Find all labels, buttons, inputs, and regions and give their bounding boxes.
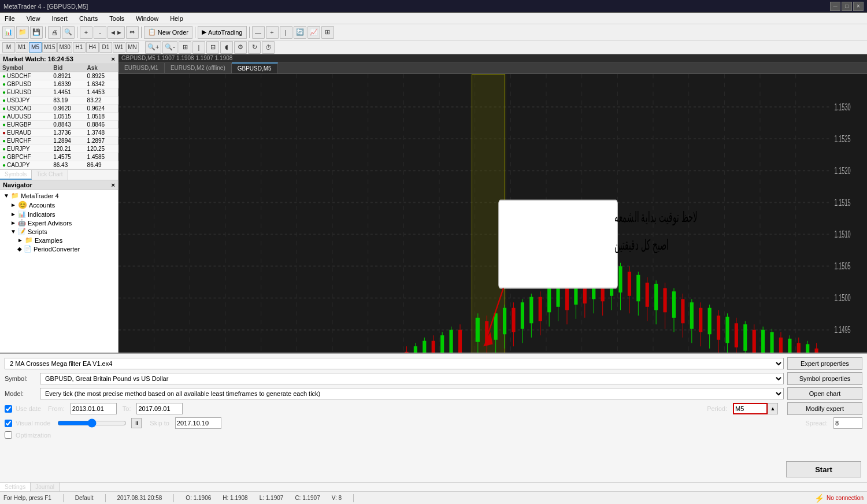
- nav-metatrader4[interactable]: ▼ 📁 MetaTrader 4: [1, 191, 117, 200]
- menu-view[interactable]: View: [24, 14, 43, 23]
- model-dropdown[interactable]: Every tick (the most precise method base…: [40, 388, 784, 399]
- use-date-checkbox[interactable]: [5, 405, 12, 413]
- clock-icon[interactable]: ⏱: [262, 41, 275, 54]
- indicator-button[interactable]: 📈: [307, 26, 320, 39]
- tf-h4-button[interactable]: H4: [86, 42, 99, 53]
- from-label: From:: [48, 405, 65, 412]
- market-watch-row[interactable]: ●EURGBP 0.8843 0.8846: [0, 121, 118, 129]
- tab-journal[interactable]: Journal: [31, 483, 60, 491]
- tf-m5-button[interactable]: M5: [29, 42, 42, 53]
- menu-tools[interactable]: Tools: [107, 14, 127, 23]
- new-chart-button[interactable]: 📊: [2, 26, 15, 39]
- tf-h1-button[interactable]: H1: [73, 42, 86, 53]
- from-date-input[interactable]: [71, 403, 117, 414]
- tab-symbols[interactable]: Symbols: [0, 170, 32, 180]
- refresh-chart[interactable]: ↻: [248, 41, 261, 54]
- symbol-properties-button[interactable]: Symbol properties: [787, 372, 862, 385]
- market-watch-row[interactable]: ●EURJPY 120.21 120.25: [0, 145, 118, 153]
- visual-mode-checkbox[interactable]: [5, 420, 12, 427]
- minimize-button[interactable]: ─: [830, 2, 840, 11]
- market-watch-row[interactable]: ●GBPUSD 1.6339 1.6342: [0, 80, 118, 88]
- expert-properties-button[interactable]: Expert properties: [787, 357, 862, 370]
- line-button[interactable]: —: [252, 26, 265, 39]
- print-preview-button[interactable]: 🔍: [62, 26, 75, 39]
- tab-settings[interactable]: Settings: [0, 483, 31, 491]
- start-button[interactable]: Start: [786, 461, 861, 477]
- tf-m30-button[interactable]: M30: [57, 42, 72, 53]
- chart-shift-button[interactable]: ◄►: [108, 26, 125, 39]
- terminal-button[interactable]: ⊞: [321, 26, 334, 39]
- menu-insert[interactable]: Insert: [49, 14, 70, 23]
- period-sep-button[interactable]: |: [280, 26, 292, 39]
- modify-expert-button[interactable]: Modify expert: [787, 402, 862, 415]
- close-button[interactable]: ×: [853, 2, 864, 11]
- chart-options[interactable]: ⚙: [234, 41, 247, 54]
- nav-scripts[interactable]: ▼ 📝 Scripts: [1, 227, 117, 236]
- green-dot-icon: ●: [2, 73, 6, 79]
- pause-button[interactable]: ⏸: [131, 418, 142, 428]
- tf-m15-button[interactable]: M15: [42, 42, 57, 53]
- autotrading-button[interactable]: ▶ AutoTrading: [198, 26, 247, 39]
- green-dot-icon: ●: [2, 146, 6, 152]
- chart-type2[interactable]: ⊟: [206, 41, 219, 54]
- market-watch-row[interactable]: ●EURCHF 1.2894 1.2897: [0, 137, 118, 145]
- open-button[interactable]: 📁: [16, 26, 29, 39]
- magnify-out-button[interactable]: 🔍-: [162, 41, 177, 54]
- crosshair-button[interactable]: +: [266, 26, 279, 39]
- print-button[interactable]: 🖨: [48, 26, 61, 39]
- tf-d1-button[interactable]: D1: [99, 42, 112, 53]
- tf-w1-button[interactable]: W1: [113, 42, 125, 53]
- spread-input[interactable]: [833, 417, 862, 429]
- tf-m-button[interactable]: M: [2, 42, 15, 53]
- market-watch-row[interactable]: ●AUDUSD 1.0515 1.0518: [0, 113, 118, 121]
- menu-bar: File View Insert Charts Tools Window Hel…: [0, 13, 867, 24]
- tab-tick-chart[interactable]: Tick Chart: [32, 170, 68, 180]
- nav-examples[interactable]: ► 📁 Examples: [1, 236, 117, 244]
- period-label: Period:: [707, 405, 727, 412]
- restore-button[interactable]: □: [842, 2, 852, 11]
- nav-accounts[interactable]: ► 😊 Accounts: [1, 200, 117, 210]
- chart-tab-gbpusd-m5[interactable]: GBPUSD,M5: [232, 62, 278, 73]
- zoom-in-button[interactable]: +: [80, 26, 92, 39]
- chart-tab-eurusd-m1[interactable]: EURUSD,M1: [118, 63, 165, 73]
- chart-type1[interactable]: |: [192, 41, 205, 54]
- magnify-button[interactable]: 🔍+: [145, 41, 161, 54]
- market-watch-row[interactable]: ●USDCHF 0.8921 0.8925: [0, 72, 118, 80]
- market-watch-close[interactable]: ×: [112, 55, 115, 62]
- open-chart-button[interactable]: Open chart: [787, 387, 862, 400]
- chart-type3[interactable]: ◖: [220, 41, 233, 54]
- period-up-button[interactable]: ▲: [768, 403, 778, 414]
- tf-mn-button[interactable]: MN: [126, 42, 139, 53]
- to-date-input[interactable]: [136, 403, 183, 414]
- new-order-button[interactable]: 📋 New Order: [144, 26, 192, 39]
- market-watch-row[interactable]: ●EURUSD 1.4451 1.4453: [0, 88, 118, 97]
- nav-period-converter[interactable]: ◆ 📄 PeriodConverter: [1, 244, 117, 253]
- tf-m1-button[interactable]: M1: [16, 42, 28, 53]
- market-watch-row[interactable]: ●USDCAD 0.9620 0.9624: [0, 105, 118, 113]
- refresh-button[interactable]: 🔄: [294, 26, 306, 39]
- menu-charts[interactable]: Charts: [77, 14, 100, 23]
- market-watch-row[interactable]: ●CADJPY 86.43 86.49: [0, 161, 118, 169]
- optimization-checkbox[interactable]: [5, 431, 12, 439]
- symbol-dropdown[interactable]: GBPUSD, Great Britain Pound vs US Dollar: [40, 373, 784, 384]
- scroll-button[interactable]: ⇔: [126, 26, 139, 39]
- menu-help[interactable]: Help: [168, 14, 186, 23]
- skip-to-input[interactable]: [175, 417, 221, 429]
- green-dot-icon: ●: [2, 121, 6, 128]
- zoom-out-button[interactable]: -: [94, 26, 106, 39]
- nav-expert-advisors[interactable]: ► 🤖 Expert Advisors: [1, 218, 117, 227]
- multi-chart-button[interactable]: ⊞: [179, 41, 191, 54]
- nav-indicators[interactable]: ► 📊 Indicators: [1, 210, 117, 218]
- ea-dropdown[interactable]: 2 MA Crosses Mega filter EA V1.ex4: [5, 358, 784, 369]
- period-input[interactable]: [733, 403, 768, 414]
- menu-window[interactable]: Window: [134, 14, 161, 23]
- chart-tab-eurusd-m2[interactable]: EURUSD,M2 (offline): [165, 63, 232, 73]
- visual-mode-slider[interactable]: [57, 418, 127, 428]
- save-button[interactable]: 💾: [30, 26, 43, 39]
- menu-file[interactable]: File: [2, 14, 17, 23]
- navigator-close[interactable]: ×: [112, 181, 115, 188]
- market-watch-row[interactable]: ●GBPCHF 1.4575 1.4585: [0, 153, 118, 161]
- svg-rect-151: [654, 284, 658, 310]
- market-watch-row[interactable]: ●EURAUD 1.3736 1.3748: [0, 129, 118, 137]
- market-watch-row[interactable]: ●USDJPY 83.19 83.22: [0, 97, 118, 105]
